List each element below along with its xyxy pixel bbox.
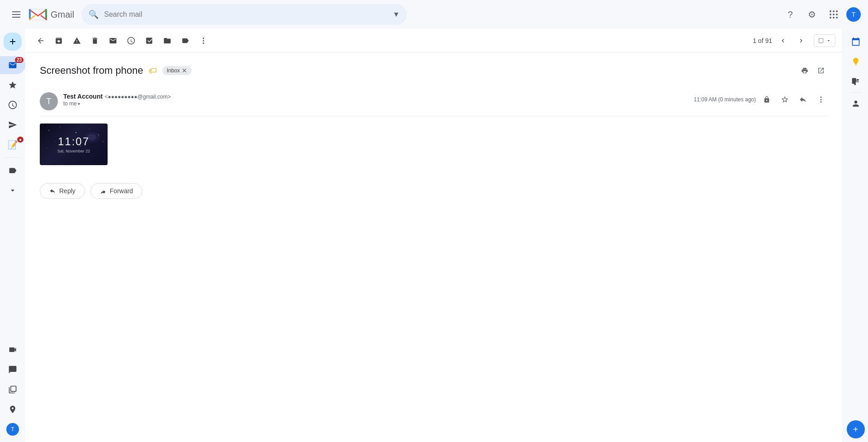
print-button[interactable] [797, 63, 812, 78]
svg-point-26 [89, 128, 90, 129]
search-bar[interactable]: 🔍 ▼ [81, 4, 407, 25]
drafts-icon: 📝 [8, 140, 18, 150]
search-input[interactable] [104, 10, 387, 19]
attachment-container: 11:07 Sat, November 22 [40, 124, 828, 165]
view-toggle-button[interactable] [814, 34, 835, 47]
hamburger-button[interactable] [7, 5, 25, 24]
sidebar-item-chat[interactable] [0, 361, 25, 379]
apps-button[interactable] [825, 5, 843, 24]
label-tag[interactable]: 🏷 [149, 66, 157, 76]
more-actions-button[interactable] [195, 33, 212, 49]
pager-next-button[interactable] [794, 33, 808, 48]
mark-read-button[interactable] [105, 33, 121, 49]
sidebar: 23 📝 ● [0, 29, 25, 442]
delete-button[interactable] [87, 33, 103, 49]
svg-rect-0 [12, 11, 20, 12]
svg-point-24 [60, 127, 61, 128]
move-button[interactable] [159, 33, 175, 49]
svg-point-19 [203, 42, 204, 43]
sidebar-item-starred[interactable] [0, 76, 25, 94]
add-task-button[interactable] [141, 33, 157, 49]
svg-point-10 [833, 14, 835, 15]
search-icon: 🔍 [89, 10, 99, 19]
phone-screenshot[interactable]: 11:07 Sat, November 22 [40, 124, 108, 165]
to-me-arrow-icon: ▾ [78, 101, 80, 106]
sidebar-item-snoozed[interactable] [0, 96, 25, 114]
sidebar-item-labels[interactable] [0, 162, 25, 180]
settings-button[interactable]: ⚙ [803, 5, 821, 24]
snooze-button[interactable] [123, 33, 139, 49]
sidebar-item-meet[interactable] [0, 341, 25, 359]
right-panel-keep[interactable] [847, 52, 865, 71]
sidebar-item-user-switch[interactable]: T [0, 420, 25, 438]
svg-point-11 [836, 14, 838, 15]
right-panel-calendar[interactable] [847, 33, 865, 51]
help-button[interactable]: ? [781, 5, 799, 24]
right-panel-add-button[interactable]: + [847, 420, 865, 438]
svg-point-6 [830, 10, 831, 12]
inbox-label-badge: Inbox ✕ [162, 66, 192, 75]
to-me[interactable]: to me ▾ [63, 100, 694, 107]
svg-point-13 [833, 17, 835, 19]
email-subject: Screenshot from phone [40, 65, 143, 76]
email-header: T Test Account <●●●●●●●●●@gmail.com> to … [40, 87, 828, 116]
sender-avatar: T [40, 92, 58, 110]
back-button[interactable] [33, 33, 49, 49]
action-buttons: Reply Forward [40, 176, 828, 199]
right-panel-contacts[interactable] [847, 95, 865, 113]
more-button-header[interactable] [814, 92, 828, 107]
svg-point-31 [46, 148, 47, 148]
sidebar-item-drafts[interactable]: 📝 ● [0, 136, 25, 154]
right-panel-tasks[interactable] [847, 72, 865, 90]
labels-button[interactable] [177, 33, 193, 49]
svg-point-7 [833, 10, 835, 12]
label-tag-icon: 🏷 [149, 66, 157, 76]
svg-point-23 [48, 130, 49, 131]
email-time: 11:09 AM (0 minutes ago) [694, 96, 756, 103]
main-layout: 23 📝 ● [0, 29, 868, 442]
svg-point-14 [836, 17, 838, 19]
inbox-label-remove[interactable]: ✕ [182, 67, 187, 74]
sender-name: Test Account [63, 93, 103, 100]
svg-point-29 [55, 141, 56, 142]
sidebar-item-spaces[interactable] [0, 380, 25, 399]
right-panel: + [843, 29, 868, 442]
svg-point-8 [836, 10, 838, 12]
inbox-badge: 23 [15, 57, 24, 63]
new-window-button[interactable] [814, 63, 828, 78]
svg-point-32 [80, 146, 81, 147]
top-right-actions: ? ⚙ T [781, 5, 861, 24]
compose-button[interactable] [4, 33, 22, 51]
search-options-icon[interactable]: ▼ [392, 10, 400, 19]
sidebar-item-inbox[interactable]: 23 [0, 56, 25, 74]
pager-prev-button[interactable] [776, 33, 790, 48]
svg-point-34 [87, 134, 96, 140]
star-button[interactable] [778, 92, 792, 107]
reply-button-label: Reply [59, 187, 75, 195]
svg-point-18 [203, 40, 204, 41]
spam-button[interactable] [69, 33, 85, 49]
sender-name-row: Test Account <●●●●●●●●●@gmail.com> [63, 92, 694, 100]
right-panel-divider [850, 92, 861, 93]
gmail-text: Gmail [51, 10, 74, 20]
forward-button[interactable]: Forward [90, 183, 142, 199]
email-meta: 11:09 AM (0 minutes ago) [694, 92, 828, 107]
sidebar-item-more[interactable] [0, 181, 25, 200]
forward-button-label: Forward [110, 187, 133, 195]
reply-icon-header[interactable] [796, 92, 810, 107]
sender-info: Test Account <●●●●●●●●●@gmail.com> to me… [63, 92, 694, 107]
email-toolbar: 1 of 91 [25, 29, 843, 52]
svg-point-9 [830, 14, 831, 15]
sidebar-item-sent[interactable] [0, 116, 25, 134]
email-view: Screenshot from phone 🏷 Inbox ✕ [25, 52, 843, 442]
svg-point-12 [830, 17, 831, 19]
archive-button[interactable] [51, 33, 67, 49]
reply-button[interactable]: Reply [40, 183, 85, 199]
gmail-logo: Gmail [29, 8, 74, 21]
sender-email: <●●●●●●●●●@gmail.com> [105, 94, 171, 100]
user-avatar[interactable]: T [846, 7, 861, 22]
pager-count: 1 of 91 [753, 37, 772, 44]
screenshot-inner: 11:07 Sat, November 22 [40, 124, 108, 165]
svg-rect-1 [12, 14, 20, 15]
sidebar-item-location[interactable] [0, 400, 25, 418]
